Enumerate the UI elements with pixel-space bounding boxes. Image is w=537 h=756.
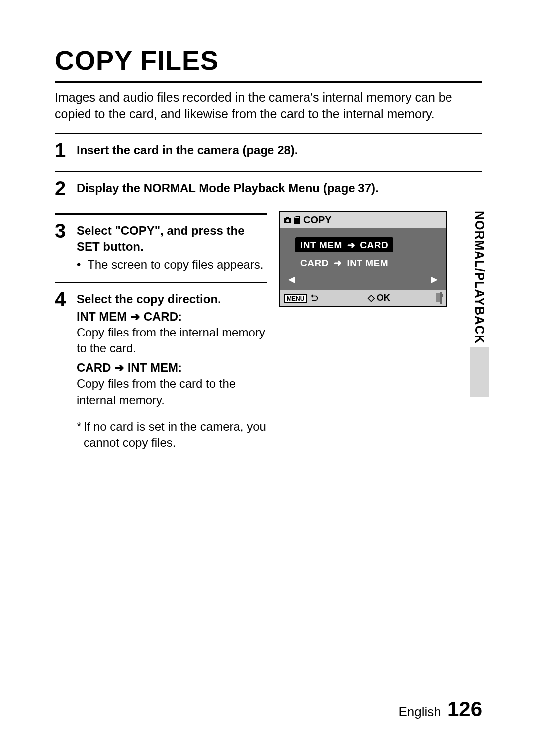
- opt-part: CARD: [300, 258, 329, 269]
- step-heading: Display the NORMAL Mode Playback Menu (p…: [77, 181, 379, 195]
- side-tab: NORMAL/PLAYBACK: [469, 211, 489, 397]
- ok-label: OK: [377, 293, 390, 303]
- direction-1-desc: Copy files from the internal memory to t…: [77, 325, 267, 357]
- arrow-right-icon: ➜: [334, 257, 342, 269]
- side-tab-label: NORMAL/PLAYBACK: [472, 211, 487, 344]
- direction-2-label: CARD ➜ INT MEM:: [77, 360, 267, 376]
- label-part: INT MEM:: [128, 361, 182, 374]
- opt-part: INT MEM: [300, 240, 342, 251]
- footer-page-number: 126: [448, 697, 482, 721]
- lcd-option-selected: INT MEM ➜ CARD: [295, 237, 393, 252]
- menu-box-icon: MENU: [284, 294, 307, 303]
- lcd-title-text: COPY: [303, 214, 332, 226]
- battery-icon: [440, 293, 442, 303]
- label-part: INT MEM: [77, 310, 127, 323]
- right-column: COPY INT MEM ➜ CARD CARD ➜ INT MEM ◀: [279, 209, 482, 307]
- lcd-menu-indicator: MENU ⮌: [284, 293, 318, 303]
- step-number: 3: [55, 220, 77, 241]
- step-body: Insert the card in the camera (page 28).: [77, 139, 482, 158]
- step-divider: [55, 171, 482, 172]
- opt-part: CARD: [360, 240, 388, 251]
- lcd-option: CARD ➜ INT MEM: [295, 255, 393, 271]
- step-1: 1 Insert the card in the camera (page 28…: [55, 139, 482, 160]
- step-2: 2 Display the NORMAL Mode Playback Menu …: [55, 177, 482, 198]
- arrow-right-icon: ➜: [130, 310, 140, 323]
- step-divider: [55, 282, 267, 283]
- asterisk-icon: *: [77, 419, 84, 451]
- return-icon: ⮌: [310, 294, 318, 302]
- step-number: 1: [55, 139, 77, 160]
- lcd-screen: COPY INT MEM ➜ CARD CARD ➜ INT MEM ◀: [279, 211, 447, 307]
- step-number: 2: [55, 177, 77, 198]
- lcd-nav-row: ◀ ▶: [285, 273, 441, 285]
- arrow-right-icon: ➜: [347, 239, 356, 251]
- arrow-right-icon: ➜: [114, 361, 124, 374]
- two-column-region: 3 Select "COPY", and press the SET butto…: [55, 209, 482, 451]
- footnote-text: If no card is set in the camera, you can…: [84, 419, 267, 451]
- svg-point-2: [286, 219, 289, 222]
- step-divider: [55, 133, 482, 134]
- step-number: 4: [55, 288, 77, 309]
- title-rule: [55, 81, 482, 83]
- step-heading: Select "COPY", and press the SET button.: [77, 223, 267, 255]
- step-3: 3 Select "COPY", and press the SET butto…: [55, 220, 267, 273]
- nav-right-icon: ▶: [431, 274, 438, 285]
- step-body: Display the NORMAL Mode Playback Menu (p…: [77, 177, 482, 196]
- svg-rect-1: [286, 217, 289, 219]
- lcd-body: INT MEM ➜ CARD CARD ➜ INT MEM ◀ ▶: [280, 228, 446, 290]
- opt-part: INT MEM: [347, 258, 388, 269]
- step-bullet: • The screen to copy files appears.: [77, 257, 267, 273]
- step-heading: Select the copy direction.: [77, 291, 267, 307]
- step-body: Select "COPY", and press the SET button.…: [77, 220, 267, 273]
- page-title: COPY FILES: [55, 45, 482, 76]
- footnote: * If no card is set in the camera, you c…: [77, 419, 267, 451]
- footer-language: English: [398, 704, 441, 719]
- nav-left-icon: ◀: [288, 274, 295, 285]
- left-column: 3 Select "COPY", and press the SET butto…: [55, 209, 267, 451]
- direction-1-label: INT MEM ➜ CARD:: [77, 309, 267, 325]
- step-divider: [55, 213, 267, 215]
- intro-text: Images and audio files recorded in the c…: [55, 89, 482, 122]
- direction-2-desc: Copy files from the card to the internal…: [77, 376, 267, 408]
- side-tab-marker: [470, 347, 489, 397]
- step-body: Select the copy direction. INT MEM ➜ CAR…: [77, 288, 267, 451]
- lcd-titlebar: COPY: [280, 212, 446, 228]
- camera-sd-icon: [284, 216, 300, 224]
- label-part: CARD: [77, 361, 111, 374]
- bullet-icon: •: [77, 257, 88, 273]
- svg-rect-3: [295, 217, 299, 218]
- step-heading: Insert the card in the camera (page 28).: [77, 143, 298, 157]
- lcd-footer: MENU ⮌ ◇ OK: [280, 290, 446, 306]
- label-part: CARD:: [144, 310, 182, 323]
- step-4: 4 Select the copy direction. INT MEM ➜ C…: [55, 288, 267, 451]
- diamond-icon: ◇: [368, 292, 375, 303]
- bullet-text: The screen to copy files appears.: [88, 257, 264, 273]
- lcd-ok-indicator: ◇ OK: [368, 292, 390, 303]
- page-footer: English 126: [398, 697, 482, 721]
- manual-page: COPY FILES Images and audio files record…: [0, 0, 537, 756]
